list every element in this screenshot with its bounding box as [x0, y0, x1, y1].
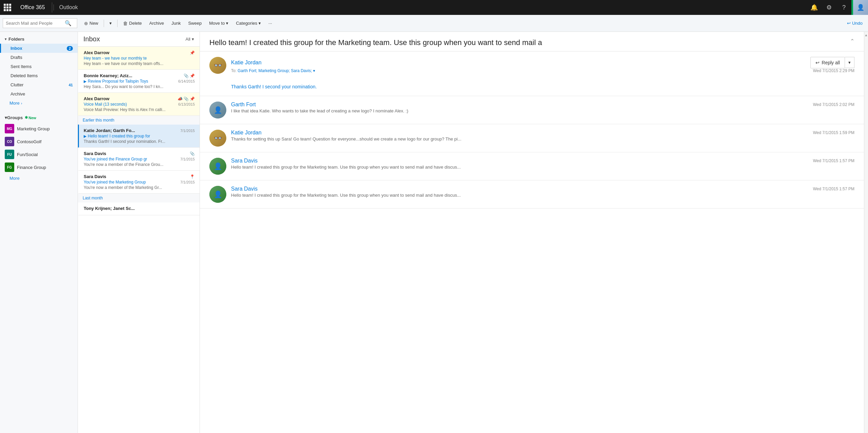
email-preview: You're now a member of the Marketing Gr.…	[84, 185, 195, 190]
folders-header[interactable]: ▾ Folders	[0, 35, 78, 44]
search-icon[interactable]: 🔍	[65, 20, 71, 26]
notification-bell-button[interactable]: 🔔	[807, 0, 822, 15]
group-avatar-fu: FU	[5, 150, 14, 159]
toolbar-divider-1	[104, 20, 104, 27]
message-item-expanded[interactable]: 👓 Katie Jordan ↩ Reply all	[200, 51, 864, 96]
email-list-header: Inbox All ▾	[78, 32, 200, 47]
new-dropdown-button[interactable]: ▾	[106, 19, 115, 27]
email-list: Alex Darrow 📌 Hey team - we have our mon…	[78, 47, 200, 433]
group-item-contosogolf[interactable]: CO ContosoGolf	[0, 135, 78, 148]
group-item-finance[interactable]: FG Finance Group	[0, 161, 78, 174]
asterisk-icon: ✱	[25, 115, 28, 120]
categories-button[interactable]: Categories ▾	[232, 19, 264, 27]
email-preview: Voice Mail Preview: Hey this is Alex I'm…	[84, 107, 195, 112]
message-timestamp: Wed 7/1/2015 2:29 PM	[813, 68, 854, 73]
message-meta: Sara Davis Wed 7/1/2015 1:57 PM Hello te…	[231, 186, 854, 198]
message-to: To: Garth Fort; Marketing Group; Sara Da…	[231, 68, 854, 73]
new-group-badge[interactable]: ✱ New	[25, 115, 36, 120]
expand-recipients-icon[interactable]: ▾	[313, 68, 315, 73]
email-preview: Thanks Garth! I second your nomination. …	[84, 139, 195, 144]
attachment-icon: 📎	[190, 151, 195, 156]
attachment-icon: 📎	[184, 73, 189, 78]
message-item[interactable]: 👓 Katie Jordan Wed 7/1/2015 1:59 PM Than…	[200, 124, 864, 152]
message-item[interactable]: 👤 Garth Fort Wed 7/1/2015 2:02 PM I like…	[200, 96, 864, 124]
more-button[interactable]: ···	[265, 19, 275, 27]
email-date: 6/14/2015	[178, 79, 195, 83]
group-item-funsocial[interactable]: FU Fun/Social	[0, 148, 78, 161]
message-sender-name: Katie Jordan	[231, 60, 810, 66]
folders-more-button[interactable]: More ›	[0, 99, 78, 108]
message-meta: Katie Jordan ↩ Reply all ▾	[231, 57, 854, 76]
email-item[interactable]: Tony Krijnen; Janet Sc...	[78, 202, 200, 215]
email-subject: Review Proposal for Tailspin Toys	[88, 79, 148, 84]
scroll-up-icon[interactable]: ▲	[865, 33, 868, 37]
categories-chevron-icon: ▾	[259, 21, 261, 26]
settings-gear-button[interactable]: ⚙	[822, 0, 836, 15]
groups-header[interactable]: ▾ Groups ✱ New	[0, 113, 78, 122]
inbox-badge: 2	[67, 46, 73, 51]
email-item[interactable]: Sara Davis 📎 You've joined the Finance G…	[78, 148, 200, 171]
email-subject: Hey team - we have our monthly te	[84, 56, 147, 61]
delete-button[interactable]: 🗑 Delete	[120, 19, 145, 28]
email-item[interactable]: Katie Jordan; Garth Fo... 7/1/2015 ▶ Hel…	[78, 125, 200, 148]
scrollbar[interactable]: ▲	[864, 32, 868, 433]
top-bar: Office 365 Outlook 🔔 ⚙ ? 👤	[0, 0, 868, 15]
sidebar-item-clutter[interactable]: Clutter 41	[0, 80, 78, 89]
junk-button[interactable]: Junk	[168, 19, 184, 27]
groups-more-button[interactable]: More	[0, 174, 78, 183]
folders-section: ▾ Folders Inbox 2 Drafts Sent Items Dele…	[0, 32, 78, 110]
email-date: 7/1/2015	[180, 180, 195, 184]
message-item[interactable]: 👤 Sara Davis Wed 7/1/2015 1:57 PM Hello …	[200, 180, 864, 209]
message-preview: Hello team! I created this group for the…	[231, 165, 854, 170]
pin-icon: 📌	[190, 73, 195, 78]
undo-button[interactable]: ↩ Undo	[844, 19, 865, 27]
new-icon: ⊕	[84, 21, 88, 26]
group-item-marketing[interactable]: MG Marketing Group	[0, 122, 78, 135]
message-meta: Sara Davis Wed 7/1/2015 1:57 PM Hello te…	[231, 158, 854, 170]
sidebar-item-deleted[interactable]: Deleted Items	[0, 71, 78, 80]
moveto-button[interactable]: Move to ▾	[206, 19, 232, 27]
email-item[interactable]: Alex Darrow 📣 📎 📌 Voice Mail (13 seconds…	[78, 93, 200, 116]
email-subject-arrow: ▶	[84, 79, 86, 84]
filter-chevron-icon: ▾	[192, 37, 194, 42]
message-preview: Thanks for setting this up Sara! Go team…	[231, 136, 854, 142]
help-button[interactable]: ?	[836, 0, 851, 15]
undo-icon: ↩	[847, 21, 851, 26]
message-meta: Garth Fort Wed 7/1/2015 2:02 PM I like t…	[231, 102, 854, 113]
reading-pane-scroll[interactable]: 👓 Katie Jordan ↩ Reply all	[200, 51, 864, 433]
message-avatar: 👤	[209, 158, 226, 175]
search-input[interactable]	[6, 21, 63, 26]
search-area[interactable]: 🔍	[3, 18, 77, 28]
reply-all-button[interactable]: ↩ Reply all	[810, 57, 845, 68]
message-item[interactable]: 👤 Sara Davis Wed 7/1/2015 1:57 PM Hello …	[200, 152, 864, 180]
main-layout: ▾ Folders Inbox 2 Drafts Sent Items Dele…	[0, 32, 868, 433]
top-bar-icons: 🔔 ⚙ ? 👤	[807, 0, 868, 15]
email-preview: You're now a member of the Finance Grou.…	[84, 162, 195, 167]
message-timestamp: Wed 7/1/2015 2:02 PM	[813, 102, 854, 107]
email-subject-arrow: ▶	[84, 134, 86, 138]
sweep-button[interactable]: Sweep	[185, 19, 205, 27]
app-name: Office 365	[15, 4, 50, 10]
message-timestamp: Wed 7/1/2015 1:57 PM	[813, 187, 854, 191]
email-item[interactable]: Sara Davis 📍 You've joined the Marketing…	[78, 171, 200, 194]
message-avatar: 👤	[209, 186, 226, 203]
email-item[interactable]: Bonnie Kearney; Aziz... 📎 📌 ▶ Review Pro…	[78, 70, 200, 93]
sidebar-item-inbox[interactable]: Inbox 2	[0, 44, 78, 53]
archive-button[interactable]: Archive	[146, 19, 167, 27]
groups-chevron-icon: ▾	[5, 115, 7, 120]
avatar[interactable]: 👤	[853, 0, 868, 15]
collapse-button[interactable]: ⌃	[850, 38, 854, 44]
message-preview: Hello team! I created this group for the…	[231, 193, 854, 198]
reading-pane-subject: Hello team! I created this group for the…	[209, 38, 542, 48]
waffle-menu-button[interactable]	[0, 0, 15, 15]
email-item[interactable]: Alex Darrow 📌 Hey team - we have our mon…	[78, 47, 200, 70]
sidebar-item-sent[interactable]: Sent Items	[0, 62, 78, 71]
attachment-icon: 📎	[184, 96, 189, 101]
sidebar-item-archive[interactable]: Archive	[0, 89, 78, 99]
group-avatar-mg: MG	[5, 124, 14, 133]
new-button[interactable]: ⊕ New	[81, 19, 102, 28]
reply-all-dropdown-button[interactable]: ▾	[845, 57, 854, 68]
sidebar-item-drafts[interactable]: Drafts	[0, 53, 78, 62]
filter-button[interactable]: All ▾	[186, 37, 194, 42]
delete-icon: 🗑	[123, 21, 128, 26]
